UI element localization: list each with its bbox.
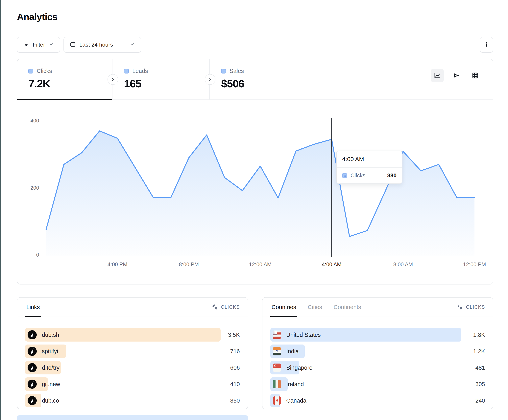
more-options-button[interactable] [480,37,493,53]
row-label: spti.fyi [42,348,58,355]
country-row[interactable]: United States1.8K [270,328,485,341]
x-tick-label: 8:00 AM [381,261,425,268]
stat-tab-strip: Clicks 7.2K Leads 165 Sales $506 [17,59,493,100]
sales-legend-swatch [221,69,226,73]
stat-value: 7.2K [28,78,112,90]
tooltip-legend-swatch [342,173,347,178]
tab-links[interactable]: Links [25,297,41,317]
stat-tab-clicks[interactable]: Clicks 7.2K [17,59,112,100]
chevron-down-icon [129,41,135,49]
date-range-button[interactable]: Last 24 hours [63,37,141,53]
line-chart-view-button[interactable] [431,69,444,82]
clicks-chart[interactable]: 4002000 4:00 PM8:00 PM12:00 AM4:00 AM8:0… [17,100,493,284]
stat-label: Leads [132,68,148,74]
row-label: United States [286,332,321,338]
row-label: dub.sh [42,332,59,338]
row-value: 350 [230,398,240,404]
row-label: Ireland [286,381,304,388]
leads-legend-swatch [124,69,129,73]
chart-plot-area[interactable] [46,119,474,255]
link-row[interactable]: dub.co350 [25,394,240,407]
stat-tab-sales[interactable]: Sales $506 [210,59,307,100]
countries-metric-header[interactable]: CLICKS [457,304,485,310]
clicks-legend-swatch [28,69,33,73]
links-panel-header: Links CLICKS [17,297,248,317]
links-panel: Links CLICKS dub.sh3.5Kspti.fyi716d.to/t… [17,297,248,409]
y-tick-label: 400 [22,118,39,124]
row-label: d.to/try [42,364,60,371]
y-tick-label: 0 [22,252,39,258]
tooltip-series-label: Clicks [351,172,365,179]
canada-flag-icon [273,396,281,405]
stat-value: $506 [221,78,307,90]
tab-countries[interactable]: Countries [270,297,297,317]
chart-tooltip: 4:00 AM Clicks 380 [336,151,403,184]
partial-banner [17,415,248,420]
row-label: Singapore [286,364,312,371]
countries-panel-header: Countries Cities Continents CLICKS [262,297,493,317]
expand-sales-button[interactable] [205,74,216,85]
links-metric-header[interactable]: CLICKS [212,304,240,310]
row-value: 305 [476,381,485,388]
singapore-flag-icon [273,363,281,372]
country-row[interactable]: Singapore481 [270,361,485,374]
filter-button[interactable]: Filter [17,37,60,53]
row-value: 606 [230,364,240,371]
tab-continents[interactable]: Continents [332,297,362,317]
link-row[interactable]: spti.fyi716 [25,345,240,358]
analytics-card: Clicks 7.2K Leads 165 Sales $506 [17,59,493,284]
funnel-view-button[interactable] [450,69,463,82]
dub-logo-icon [28,396,37,405]
row-value: 1.8K [473,332,485,338]
chevron-right-icon [207,77,213,82]
countries-list: United States1.8KIndia1.2KSingapore481Ir… [262,317,493,407]
link-row[interactable]: d.to/try606 [25,361,240,374]
filter-icon [23,41,30,49]
row-value: 410 [230,381,240,388]
tooltip-time: 4:00 AM [337,151,402,168]
row-value: 1.2K [473,348,485,355]
dub-logo-icon [28,347,37,356]
us-flag-icon [273,331,281,339]
chevron-right-icon [110,77,116,82]
chevron-down-icon [48,41,54,49]
kebab-menu-icon [483,41,490,49]
country-row[interactable]: India1.2K [270,345,485,358]
dub-logo-icon [28,380,37,389]
grid-table-icon [471,72,479,80]
row-value: 3.5K [228,332,240,338]
expand-leads-button[interactable] [107,74,118,85]
country-row[interactable]: Canada240 [270,394,485,407]
stat-label: Sales [230,68,244,74]
dub-logo-icon [28,330,37,339]
calendar-icon [69,41,76,49]
x-tick-label: 12:00 AM [239,261,282,268]
cursor-click-icon [212,304,218,310]
table-view-button[interactable] [469,69,482,82]
tooltip-value: 380 [387,172,396,179]
x-tick-label: 12:00 PM [453,261,496,268]
funnel-icon [452,72,460,80]
stat-label: Clicks [37,68,52,74]
tab-cities[interactable]: Cities [306,297,323,317]
chart-view-toggles [431,69,482,82]
y-tick-label: 200 [22,185,39,191]
row-label: Canada [286,398,306,404]
row-label: dub.co [42,398,59,404]
link-row[interactable]: git.new410 [25,377,240,391]
cursor-click-icon [457,304,463,310]
x-tick-label: 4:00 PM [96,261,139,268]
page-title: Analytics [17,12,57,22]
x-tick-label: 4:00 AM [310,261,353,268]
stat-tab-leads[interactable]: Leads 165 [113,59,210,100]
row-value: 240 [476,398,485,404]
countries-metric-label: CLICKS [466,304,485,310]
links-metric-label: CLICKS [221,304,240,310]
country-row[interactable]: Ireland305 [270,377,485,391]
row-label: India [286,348,299,355]
row-value: 716 [230,348,240,355]
stat-value: 165 [124,78,209,90]
countries-panel: Countries Cities Continents CLICKS Unite… [262,297,493,409]
link-row[interactable]: dub.sh3.5K [25,328,240,341]
filter-button-label: Filter [33,42,45,48]
